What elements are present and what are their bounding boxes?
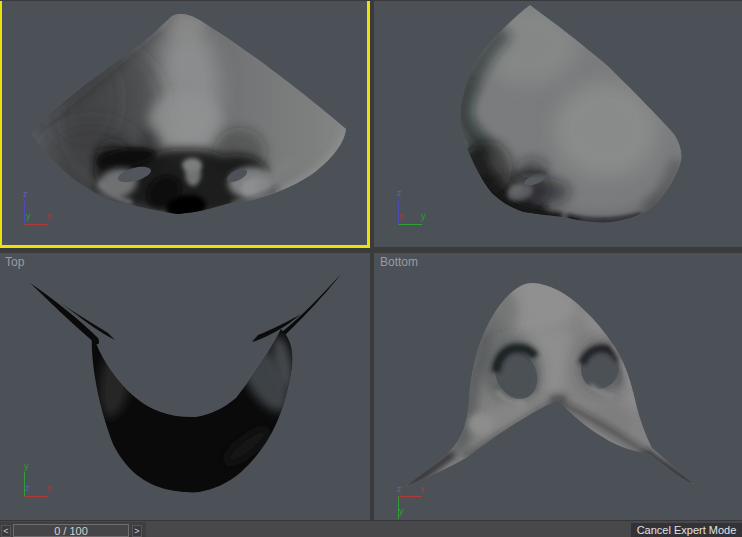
svg-text:x: x bbox=[420, 484, 425, 494]
svg-text:x: x bbox=[47, 483, 52, 493]
svg-text:x: x bbox=[47, 211, 52, 221]
svg-text:Bottom: Bottom bbox=[380, 255, 418, 269]
svg-text:z: z bbox=[397, 188, 402, 198]
svg-text:x: x bbox=[399, 211, 404, 221]
svg-text:y: y bbox=[26, 211, 31, 221]
svg-text:Top: Top bbox=[5, 255, 25, 269]
svg-text:z: z bbox=[23, 189, 28, 199]
svg-text:z: z bbox=[397, 484, 402, 494]
svg-text:y: y bbox=[24, 461, 29, 471]
svg-text:y: y bbox=[399, 506, 404, 516]
svg-text:z: z bbox=[25, 483, 30, 493]
svg-text:y: y bbox=[421, 211, 426, 221]
